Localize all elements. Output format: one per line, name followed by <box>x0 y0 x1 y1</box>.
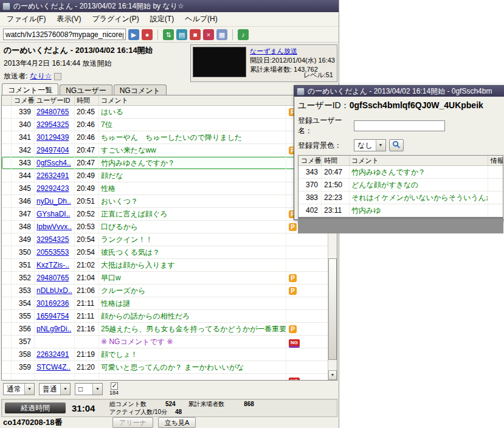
user-window-titlebar[interactable]: のーめいくだよん - 2013/04/02 16:14開始 - 0gfSsch4… <box>294 86 504 97</box>
column-header[interactable]: ユーザーID <box>35 95 75 105</box>
user-id-link[interactable]: IpbwVvvx.. <box>36 223 72 231</box>
stop-icon[interactable]: ■ <box>190 29 201 40</box>
table-row[interactable]: 344 22632491 20:49 顔だな <box>2 170 328 182</box>
user-id-link[interactable]: nDLbUxD.. <box>36 286 72 295</box>
user-id-link[interactable]: pNLg9rDi.. <box>36 325 71 333</box>
table-row[interactable]: 346 nyDu_Dh.. 20:51 おいくつ？ <box>2 195 328 208</box>
menu-item[interactable]: 表示(V) <box>51 12 86 26</box>
user-id-cell: nDLbUxD.. <box>35 285 75 297</box>
comment-text: 7位 <box>99 119 286 131</box>
comment-number: 370 <box>299 179 322 191</box>
comment-mode-select[interactable]: 通常 ▼ <box>3 383 35 395</box>
column-header[interactable]: コメ番 <box>299 156 322 165</box>
info-cell <box>286 259 328 271</box>
table-row[interactable]: 342 29497404 20:47 すごい来たなww P <box>2 144 328 157</box>
tab-inactive[interactable]: NGコメント <box>114 85 167 95</box>
community-link[interactable]: なーずまん放送 <box>250 47 297 55</box>
scrollbar-thumb[interactable] <box>328 258 337 361</box>
table-row[interactable]: 351 KxzTZis-.. 21:02 大抵は顔から入ります <box>2 259 328 272</box>
table-row[interactable]: 339 29480765 20:45 はいる P <box>2 106 328 119</box>
user-id-link[interactable]: 20553553 <box>36 248 69 257</box>
table-row[interactable]: 349 32954325 20:54 ランクイン！！ <box>2 233 328 246</box>
user-id-link[interactable]: 29480765 <box>36 108 69 116</box>
record-icon[interactable]: ● <box>142 29 153 40</box>
main-titlebar[interactable]: のーめいくだよん - 2013/04/02 16:14開始 by なり☆ <box>0 0 339 12</box>
info-cell: P <box>286 285 328 297</box>
list-icon[interactable]: ▤ <box>176 29 187 40</box>
table-row[interactable]: 347 GYshaDI.. 20:52 正直に言えば顔ぐろ P <box>2 208 328 221</box>
table-row[interactable]: 355 16594754 21:11 顔からの話からの相性だろ <box>2 310 328 323</box>
user-id-link[interactable]: GYshaDI.. <box>36 210 70 218</box>
broadcaster-link[interactable]: なり☆ <box>30 71 51 81</box>
column-header[interactable]: 情報 <box>488 156 503 165</box>
menu-item[interactable]: ヘルプ(H) <box>179 12 223 26</box>
table-row[interactable]: 359 STCW4Z.. 21:20 可愛いと思ってんのか？ まーかわいいがな <box>2 361 328 374</box>
column-header[interactable]: コメント <box>350 156 488 165</box>
user-id-link[interactable]: 32954325 <box>36 235 69 244</box>
player-icon[interactable]: ▶ <box>128 29 139 40</box>
registered-name-input[interactable] <box>354 120 445 131</box>
address-input[interactable] <box>3 29 126 40</box>
sound-icon[interactable]: ♪ <box>238 29 249 40</box>
table-row[interactable]: 402 23:11 竹内みゆ <box>299 204 503 217</box>
table-row[interactable]: 348 IpbwVvvx.. 20:53 口びるから P <box>2 221 328 233</box>
table-row[interactable]: 357 ※ NGコメントです ※ NG <box>2 336 328 348</box>
user-id-link[interactable]: 30169236 <box>36 299 69 308</box>
table-row[interactable]: 350 20553553 20:54 彼氏つくる気は？ <box>2 246 328 259</box>
arena-button[interactable]: アリーナ <box>112 417 153 428</box>
column-header[interactable]: 時間 <box>75 95 99 105</box>
user-id-link[interactable]: nyDu_Dh.. <box>36 197 71 205</box>
menu-item[interactable]: ファイル(F) <box>1 12 51 26</box>
column-header[interactable]: コメント <box>99 95 295 105</box>
user-id-link[interactable]: 16594754 <box>36 312 69 320</box>
user-id-link[interactable]: KxzTZis-.. <box>36 261 69 269</box>
table-row[interactable]: NG <box>2 374 328 380</box>
comment-color-select[interactable]: □ ▼ <box>75 383 103 395</box>
bg-color-select[interactable]: なし ▼ <box>354 139 386 151</box>
anonymous-toggle[interactable]: 184 <box>109 382 119 396</box>
table-row[interactable]: 370 21:50 どんな顔がすきなの <box>299 179 503 192</box>
scroll-down-icon[interactable]: ▼ <box>328 370 337 380</box>
table-row[interactable]: 353 nDLbUxD.. 21:06 クルーズから P <box>2 285 328 297</box>
user-id-link[interactable]: 22632491 <box>36 171 69 180</box>
community-thumbnail[interactable] <box>193 47 246 77</box>
table-row[interactable]: 358 22632491 21:19 顔でしょ！ <box>2 348 328 361</box>
user-id-link[interactable]: STCW4Z.. <box>36 363 71 371</box>
table-row[interactable]: 343 20:47 竹内みゆさんですか？ <box>299 166 503 179</box>
column-header-spacer[interactable] <box>2 95 12 105</box>
row-marker <box>2 297 12 309</box>
broadcast-info-section: のーめいくだよん - 2013/04/02 16:14開始 2013年4月2日 … <box>0 43 339 83</box>
menu-item[interactable]: プラグイン(P) <box>86 12 144 26</box>
table-row[interactable]: 345 29292423 20:49 性格 <box>2 182 328 195</box>
refresh-icon[interactable]: ⇅ <box>163 29 174 40</box>
comment-size-select[interactable]: 普通 ▼ <box>39 383 71 395</box>
user-search-button[interactable] <box>389 139 404 151</box>
column-header[interactable]: 時間 <box>322 156 350 165</box>
grid-icon[interactable]: ▦ <box>216 29 227 40</box>
user-id-link[interactable]: 32954325 <box>36 120 69 129</box>
user-id-link[interactable]: 30129439 <box>36 133 69 142</box>
comment-text: 顔でしょ！ <box>99 348 286 361</box>
table-row[interactable]: 340 32954325 20:46 7位 <box>2 119 328 131</box>
tab-inactive[interactable]: NGユーザー <box>60 85 112 95</box>
comment-number: 340 <box>12 119 35 131</box>
anonymous-checkbox[interactable] <box>111 382 118 390</box>
menu-item[interactable]: 設定(T) <box>145 12 179 26</box>
table-row[interactable]: 354 30169236 21:11 性格は謎 <box>2 297 328 310</box>
user-id-link[interactable]: 0gfSsch4.. <box>36 159 71 167</box>
table-row[interactable]: 352 29480765 21:04 早口w P <box>2 272 328 285</box>
close-icon[interactable]: × <box>203 29 214 40</box>
standing-a-button[interactable]: 立ち見A <box>158 417 196 428</box>
table-row[interactable]: 343 0gfSsch4.. 20:47 竹内みゆさんですか？ <box>2 157 328 170</box>
user-id-link[interactable]: 29292423 <box>36 184 69 193</box>
user-window-title: のーめいくだよん - 2013/04/02 16:14開始 - 0gfSsch4… <box>308 86 492 97</box>
user-id-link[interactable]: 22632491 <box>36 350 69 359</box>
table-row[interactable]: 341 30129439 20:46 ちゅーやん ちゅーしたいので降りました <box>2 131 328 144</box>
info-cell: NG <box>286 336 328 348</box>
table-row[interactable]: 383 22:23 それはイケメンがいないからそういうんだよ <box>299 192 503 204</box>
tab-active[interactable]: コメント一覧 <box>2 83 58 95</box>
table-row[interactable]: 356 pNLg9rDi.. 21:16 25越えたら、男も女も金を持ってるかど… <box>2 323 328 336</box>
user-id-link[interactable]: 29497404 <box>36 146 69 154</box>
user-id-link[interactable]: 29480765 <box>36 274 69 282</box>
column-header[interactable]: コメ番 <box>12 95 35 105</box>
